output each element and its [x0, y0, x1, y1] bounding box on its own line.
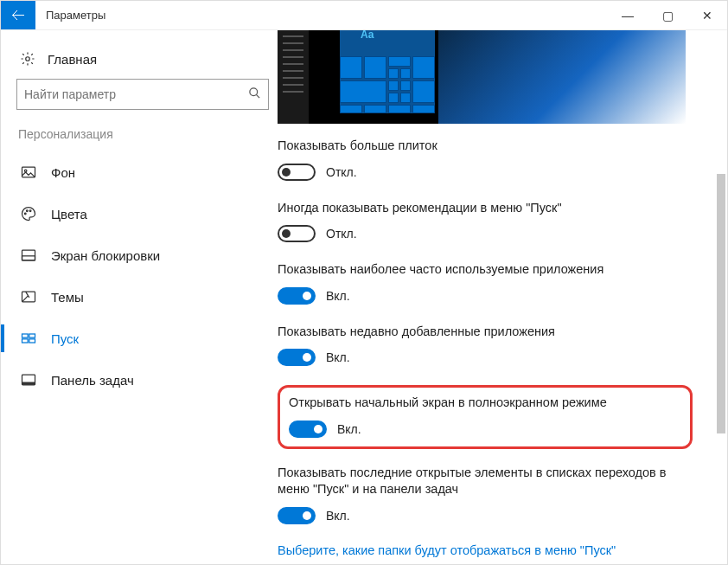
- back-button[interactable]: 🡠: [1, 1, 35, 29]
- sidebar-item-label: Фон: [51, 165, 75, 180]
- svg-rect-13: [29, 339, 35, 343]
- minimize-icon: —: [622, 9, 634, 22]
- toggle-state-label: Вкл.: [337, 422, 361, 436]
- sidebar-item-lockscreen[interactable]: Экран блокировки: [16, 234, 278, 276]
- svg-rect-8: [22, 256, 35, 260]
- settings-window: 🡠 Параметры — ▢ ✕ Главная Персонализ: [0, 0, 728, 565]
- toggle-switch[interactable]: [278, 349, 316, 366]
- taskbar-icon: [20, 371, 37, 388]
- sidebar-item-themes[interactable]: Темы: [16, 276, 278, 318]
- toggle-switch[interactable]: [278, 507, 316, 524]
- window-title: Параметры: [35, 1, 116, 29]
- titlebar: 🡠 Параметры — ▢ ✕: [1, 1, 727, 30]
- toggle-switch[interactable]: [278, 287, 316, 305]
- setting-label: Показывать больше плиток: [278, 138, 693, 155]
- toggle-state-label: Вкл.: [326, 289, 350, 303]
- svg-rect-15: [22, 382, 35, 385]
- lockscreen-icon: [20, 247, 37, 264]
- setting-label: Показывать наиболее часто используемые п…: [278, 261, 693, 279]
- setting-item: Показывать последние открытые элементы в…: [278, 465, 693, 524]
- search-input-wrap[interactable]: [16, 79, 269, 110]
- search-input[interactable]: [24, 87, 248, 101]
- sidebar-item-start[interactable]: Пуск: [16, 318, 278, 359]
- choose-folders-link[interactable]: Выберите, какие папки будут отображаться…: [278, 543, 701, 557]
- sidebar: Главная Персонализация Фон Цвета Экран б…: [1, 30, 278, 564]
- toggle-state-label: Вкл.: [326, 509, 350, 523]
- window-body: Главная Персонализация Фон Цвета Экран б…: [1, 30, 727, 564]
- gear-icon: [20, 51, 35, 67]
- setting-label: Показывать последние открытые элементы в…: [278, 465, 693, 498]
- toggle-state-label: Откл.: [326, 227, 357, 241]
- setting-item: Показывать недавно добавленные приложени…: [278, 324, 693, 367]
- maximize-icon: ▢: [662, 9, 674, 22]
- toggle-switch[interactable]: [278, 225, 316, 242]
- sidebar-item-label: Панель задач: [51, 373, 134, 388]
- svg-point-0: [26, 57, 30, 61]
- scrollbar[interactable]: [717, 174, 725, 433]
- palette-icon: [20, 205, 37, 222]
- toggle-state-label: Вкл.: [326, 350, 350, 364]
- sidebar-item-background[interactable]: Фон: [16, 151, 278, 193]
- home-nav[interactable]: Главная: [16, 46, 278, 79]
- sidebar-item-colors[interactable]: Цвета: [16, 193, 278, 234]
- start-preview: Aa: [278, 30, 686, 124]
- toggle-switch[interactable]: [278, 164, 316, 181]
- window-controls: — ▢ ✕: [608, 1, 727, 29]
- setting-label: Показывать недавно добавленные приложени…: [278, 324, 693, 341]
- main-content: Aa: [278, 30, 727, 564]
- highlighted-setting: Открывать начальный экран в полноэкранно…: [278, 385, 693, 449]
- sidebar-item-label: Цвета: [51, 207, 87, 222]
- settings-list: Показывать больше плитокОткл.Иногда пока…: [278, 138, 701, 524]
- sidebar-item-taskbar[interactable]: Панель задач: [16, 359, 278, 401]
- minimize-button[interactable]: —: [608, 1, 648, 29]
- sidebar-item-label: Пуск: [51, 331, 79, 346]
- toggle-state-label: Откл.: [326, 165, 357, 179]
- setting-item: Показывать наиболее часто используемые п…: [278, 261, 693, 305]
- close-button[interactable]: ✕: [687, 1, 727, 29]
- picture-icon: [20, 164, 37, 181]
- svg-point-6: [29, 210, 31, 212]
- svg-rect-11: [29, 334, 35, 337]
- arrow-left-icon: 🡠: [11, 8, 25, 23]
- start-icon: [20, 330, 37, 347]
- svg-point-4: [24, 213, 26, 215]
- close-icon: ✕: [702, 9, 712, 22]
- svg-rect-7: [22, 250, 35, 260]
- setting-label: Иногда показывать рекомендации в меню "П…: [278, 200, 693, 217]
- sidebar-item-label: Темы: [51, 290, 84, 305]
- sidebar-item-label: Экран блокировки: [51, 248, 160, 263]
- svg-point-1: [250, 88, 258, 96]
- setting-item: Открывать начальный экран в полноэкранно…: [289, 395, 681, 438]
- setting-item: Показывать больше плитокОткл.: [278, 138, 693, 181]
- setting-label: Открывать начальный экран в полноэкранно…: [289, 395, 681, 412]
- themes-icon: [20, 288, 37, 305]
- search-icon: [248, 87, 261, 102]
- toggle-switch[interactable]: [289, 421, 327, 438]
- svg-rect-12: [22, 339, 29, 343]
- svg-point-5: [27, 210, 29, 212]
- section-title: Персонализация: [16, 127, 278, 141]
- maximize-button[interactable]: ▢: [648, 1, 687, 29]
- svg-rect-10: [22, 334, 29, 337]
- home-label: Главная: [48, 52, 97, 67]
- setting-item: Иногда показывать рекомендации в меню "П…: [278, 200, 693, 243]
